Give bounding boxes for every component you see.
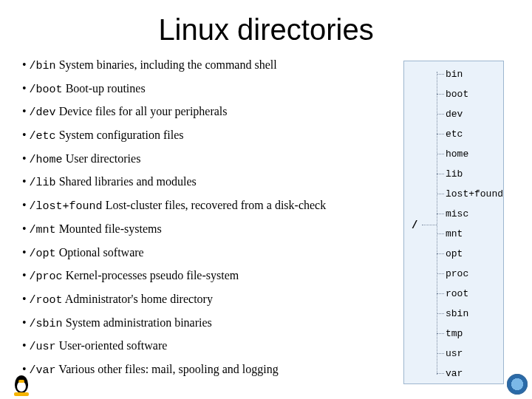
dir-name: /mnt (30, 224, 56, 236)
list-item: /boot Boot-up routines (22, 83, 384, 95)
list-item: /sbin System administration binaries (22, 317, 384, 330)
directory-tree: / bin boot dev etc home lib lost+found m… (403, 61, 504, 384)
dir-desc: User directories (66, 152, 141, 165)
slide: Linux directories /bin System binaries, … (0, 0, 532, 399)
tree-list: bin boot dev etc home lib lost+found mis… (446, 64, 503, 383)
list-item: /etc System configuration files (22, 129, 384, 142)
dir-name: /usr (30, 341, 56, 353)
dir-name: /root (30, 294, 63, 307)
dir-desc: Various other files: mail, spooling and … (58, 363, 278, 375)
dir-name: /lost+found (30, 200, 103, 213)
tree-root-connector (422, 225, 437, 225)
tree-item: home (446, 144, 503, 164)
dir-desc: Lost-cluster files, recovered from a dis… (106, 199, 327, 211)
dir-desc: Optional software (59, 246, 144, 259)
list-item: /lib Shared libraries and modules (22, 176, 384, 188)
dir-name: /lib (30, 177, 56, 189)
dir-desc: Device files for all your peripherals (59, 105, 228, 117)
dir-name: /home (30, 154, 63, 166)
dir-desc: Mounted file-systems (59, 222, 162, 235)
tree-item: opt (446, 244, 503, 264)
dir-name: /etc (30, 130, 56, 143)
list-item: /root Administrator's home directory (22, 293, 384, 306)
tree-item: lib (446, 164, 503, 184)
dir-name: /sbin (30, 318, 63, 330)
tux-penguin-icon (10, 371, 33, 396)
dir-desc: System binaries, including the command s… (59, 58, 277, 71)
list-item: /mnt Mounted file-systems (22, 223, 384, 236)
tree-item: proc (446, 264, 503, 284)
dir-name: /proc (30, 270, 63, 283)
tree-item: misc (446, 204, 503, 224)
tree-item: etc (446, 124, 503, 144)
dir-desc: System configuration files (59, 129, 184, 141)
dir-desc: Boot-up routines (66, 82, 146, 95)
tree-trunk-line (437, 72, 437, 375)
dir-desc: Shared libraries and modules (59, 175, 197, 188)
tree-item: tmp (446, 324, 503, 344)
list-item: /usr User-oriented software (22, 340, 384, 352)
bullet-list: /bin System binaries, including the comm… (22, 59, 384, 376)
dir-desc: User-oriented software (59, 339, 168, 352)
tree-item: lost+found (446, 184, 503, 204)
tree-item: var (446, 364, 503, 383)
dir-name: /dev (30, 106, 56, 119)
bullet-region: /bin System binaries, including the comm… (22, 59, 384, 384)
list-item: /home User directories (22, 153, 384, 166)
list-item: /dev Device files for all your periphera… (22, 106, 384, 118)
list-item: /opt Optional software (22, 247, 384, 259)
tree-item: usr (446, 344, 503, 364)
emblem-icon (507, 374, 528, 395)
dir-desc: Kernel-processes pseudo file-system (66, 269, 239, 282)
dir-name: /boot (30, 83, 63, 96)
tree-item: bin (446, 64, 503, 84)
tree-item: root (446, 284, 503, 304)
tree-item: sbin (446, 304, 503, 324)
dir-name: /bin (30, 60, 56, 72)
tree-item: dev (446, 104, 503, 124)
dir-name: /var (30, 364, 56, 377)
list-item: /var Various other files: mail, spooling… (22, 364, 384, 376)
list-item: /bin System binaries, including the comm… (22, 59, 384, 72)
dir-name: /opt (30, 248, 56, 260)
dir-desc: System administration binaries (66, 316, 212, 329)
list-item: /proc Kernel-processes pseudo file-syste… (22, 270, 384, 282)
page-title: Linux directories (0, 0, 532, 47)
tree-item: mnt (446, 224, 503, 244)
tree-item: boot (446, 84, 503, 104)
dir-desc: Administrator's home directory (65, 293, 213, 305)
tree-root-label: / (412, 219, 417, 231)
list-item: /lost+found Lost-cluster files, recovere… (22, 200, 384, 212)
